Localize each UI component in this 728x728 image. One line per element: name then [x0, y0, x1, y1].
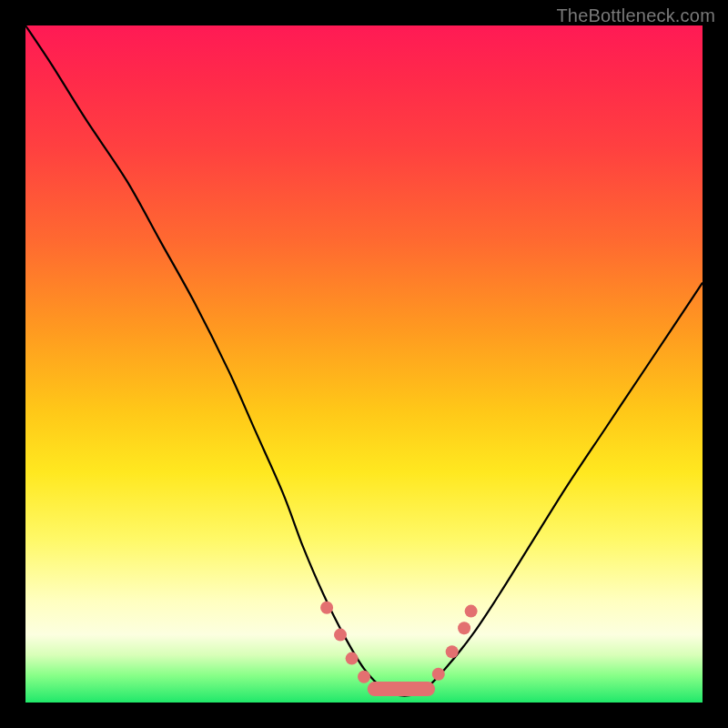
curve-layer [25, 25, 703, 703]
watermark-text: TheBottleneck.com [556, 5, 715, 26]
minimum-marker-dot [446, 645, 459, 658]
plot-area [25, 25, 703, 703]
minimum-marker-dot [465, 605, 478, 618]
minimum-marker-pill [368, 682, 435, 696]
minimum-marker-dot [334, 629, 347, 642]
minimum-marker-dot [432, 668, 445, 681]
bottleneck-curve [25, 25, 703, 696]
minimum-marker-dot [358, 671, 370, 683]
chart-frame: TheBottleneck.com [0, 0, 728, 728]
minimum-marker-dot [320, 602, 333, 614]
minimum-marker-dot [458, 622, 470, 634]
minimum-markers [320, 602, 477, 696]
minimum-marker-dot [346, 652, 359, 665]
